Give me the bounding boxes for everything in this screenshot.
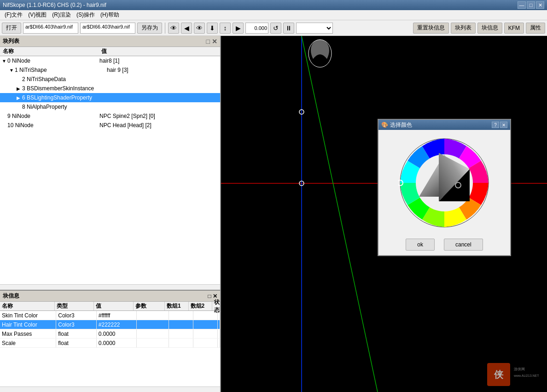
bi-cell-name: Scale: [0, 339, 56, 347]
bi-row[interactable]: Skin Tint Color Color3 #ffffff Skyrim Sh…: [0, 311, 220, 320]
bi-cell-state: Skyrim Shade...: [218, 339, 220, 347]
block-info-button[interactable]: 块信息: [477, 23, 502, 34]
bi-cell-param: [137, 329, 169, 338]
watermark: 侠 游侠网 www.ALl213.NET: [487, 363, 542, 387]
menu-view[interactable]: (V)视图: [25, 10, 49, 20]
toolbar: 打开 ar$DI66.403\hair9.nif ar$DI66.403\hai…: [0, 20, 547, 36]
col-value-header: 值: [101, 47, 220, 55]
bi-cell-state: Skyrim Shade...: [218, 329, 220, 338]
tree-arrow: [17, 105, 22, 110]
bi-cell-arr1: [169, 339, 193, 347]
bi-cell-arr1: [169, 311, 193, 320]
icon-btn-2[interactable]: ◀: [181, 23, 192, 34]
bi-cell-value: 0.0000: [97, 329, 137, 338]
block-list-scrollbar[interactable]: [0, 284, 220, 290]
tree-item[interactable]: ▼ 0 NiNode hair8 [1]: [0, 56, 220, 65]
dialog-close-button[interactable]: ✕: [500, 122, 507, 128]
tree-arrow[interactable]: ▶: [17, 95, 22, 100]
bi-cell-arr1: [169, 320, 193, 329]
tree-item-id: 6 BSLightingShaderProperty: [22, 94, 114, 101]
close-button[interactable]: ✕: [536, 1, 544, 9]
separator-1: [165, 23, 165, 34]
reset-button[interactable]: ↺: [270, 23, 281, 34]
menu-bar: (F)文件 (V)视图 (R)渲染 (S)操作 (H)帮助: [0, 10, 547, 20]
color-wheel[interactable]: [398, 137, 490, 229]
bi-col-name: 名称: [0, 302, 55, 310]
save-as-button[interactable]: 另存为: [137, 23, 162, 34]
tree-item[interactable]: 10 NiNode NPC Head [Head] [2]: [0, 121, 220, 130]
menu-help[interactable]: (H)帮助: [98, 10, 122, 20]
bi-cell-param: [137, 339, 169, 347]
tree-item[interactable]: ▶ 3 BSDismemberSkinInstance: [0, 84, 220, 93]
bi-cell-name: Skin Tint Color: [0, 311, 56, 320]
open-button[interactable]: 打开: [2, 23, 21, 34]
bi-cell-value: 0.0000: [97, 339, 137, 347]
block-list-button[interactable]: 块列表: [451, 23, 476, 34]
block-list-columns: 名称 值: [0, 47, 220, 56]
bi-cell-name: Max Passes: [0, 329, 56, 338]
ok-button[interactable]: ok: [406, 239, 435, 251]
left-panel: 块列表 □ ✕ 名称 值 ▼ 0 NiNode hair8 [1]: [0, 36, 221, 392]
dialog-title-text: 选择颜色: [390, 121, 412, 129]
tree-item[interactable]: 8 NiAlphaProperty: [0, 102, 220, 111]
tree-item-value: hair 9 [3]: [107, 67, 218, 73]
icon-btn-5[interactable]: ↕: [220, 23, 231, 34]
color-dialog-title: 🎨 选择颜色 ? ✕: [378, 120, 510, 130]
reset-block-info-button[interactable]: 重置块信息: [413, 23, 449, 34]
icon-btn-1[interactable]: 👁: [168, 23, 179, 34]
menu-file[interactable]: (F)文件: [2, 10, 25, 20]
bi-cell-type: Color3: [56, 320, 97, 329]
icon-btn-3[interactable]: 👁: [194, 23, 205, 34]
anim-dropdown[interactable]: [296, 23, 333, 34]
maximize-button[interactable]: □: [527, 1, 535, 9]
tree-item-selected[interactable]: ▶ 6 BSLightingShaderProperty: [0, 93, 220, 102]
block-list-header-controls[interactable]: □ ✕: [206, 38, 217, 45]
bi-row[interactable]: Scale float 0.0000 Skyrim Shade...: [0, 339, 220, 348]
bi-row-selected[interactable]: Hair Tint Color Color3 #222222 Skyrim Sh…: [0, 320, 220, 329]
bi-cell-param: [137, 320, 169, 329]
bi-row[interactable]: Max Passes float 0.0000 Skyrim Shade...: [0, 329, 220, 339]
step-button[interactable]: ⏸: [283, 23, 294, 34]
dialog-title-content: 🎨 选择颜色: [381, 121, 412, 129]
bi-col-value: 值: [94, 302, 133, 310]
block-info-content[interactable]: Skin Tint Color Color3 #ffffff Skyrim Sh…: [0, 311, 220, 386]
tree-item[interactable]: 9 NiNode NPC Spine2 [Spn2] [0]: [0, 111, 220, 121]
tree-arrow: [17, 77, 22, 82]
tree-arrow[interactable]: ▶: [17, 86, 22, 91]
path-input-1[interactable]: ar$DI66.403\hair9.nif: [23, 23, 78, 34]
tree-item[interactable]: 2 NiTriShapeData: [0, 75, 220, 84]
watermark-logo: 侠 游侠网 www.ALl213.NET: [487, 363, 542, 386]
play-button[interactable]: ▶: [233, 23, 244, 34]
dialog-controls[interactable]: ? ✕: [492, 122, 507, 128]
tree-arrow[interactable]: ▼: [9, 68, 15, 73]
path-input-2[interactable]: ar$DI66.403\hair9.nif: [80, 23, 135, 34]
color-wheel-container[interactable]: [378, 130, 510, 236]
close-icon[interactable]: ✕: [212, 38, 217, 45]
bi-col-state: 状态: [212, 302, 220, 310]
block-info-title: 块信息: [3, 292, 19, 300]
frame-number[interactable]: 0.000: [245, 23, 268, 34]
block-list-content[interactable]: ▼ 0 NiNode hair8 [1] ▼ 1 NiTriShape hair…: [0, 56, 220, 284]
bi-cell-state: Skyrim Shade...: [218, 320, 220, 329]
cancel-button[interactable]: cancel: [444, 239, 483, 251]
tree-item[interactable]: ▼ 1 NiTriShape hair 9 [3]: [0, 65, 220, 75]
bi-cell-arr2: [193, 339, 218, 347]
dialog-help-button[interactable]: ?: [492, 122, 499, 128]
tree-arrow[interactable]: ▼: [2, 59, 7, 64]
menu-render[interactable]: (R)渲染: [49, 10, 74, 20]
window-controls[interactable]: — □ ✕: [518, 1, 544, 9]
block-info-scrollbar[interactable]: [0, 386, 220, 392]
viewport[interactable]: 侠 游侠网 www.ALl213.NET 🎨 选择颜色 ? ✕: [221, 36, 547, 392]
right-toolbar-buttons: 重置块信息 块列表 块信息 KFM 属性: [413, 23, 545, 34]
tree-item-id: 0 NiNode: [7, 58, 99, 64]
tree-item-id: 9 NiNode: [7, 113, 99, 119]
icon-btn-4[interactable]: ⬇: [207, 23, 218, 34]
tree-item-id: 2 NiTriShapeData: [22, 76, 114, 82]
minimize-button[interactable]: —: [518, 1, 526, 9]
expand-icon[interactable]: □: [206, 38, 210, 45]
expand-icon[interactable]: □: [208, 293, 211, 299]
kfm-button[interactable]: KFM: [504, 23, 524, 34]
bi-col-arr2: 数组2: [189, 302, 212, 310]
properties-button[interactable]: 属性: [526, 23, 545, 34]
menu-operate[interactable]: (S)操作: [74, 10, 98, 20]
